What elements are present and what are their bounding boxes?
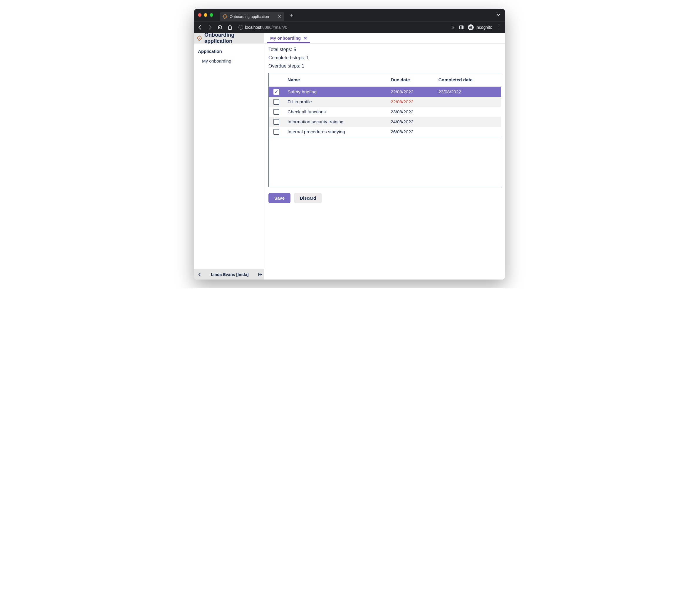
close-window-icon[interactable] (198, 13, 201, 17)
cell-due-date: 24/08/2022 (387, 117, 435, 127)
home-icon[interactable] (227, 25, 233, 30)
browser-tab[interactable]: Onboarding application ✕ (220, 12, 284, 21)
url-path: /#main/0 (272, 25, 287, 30)
table-row[interactable]: Check all functions23/08/2022 (269, 107, 501, 117)
row-checkbox[interactable] (274, 89, 279, 95)
cell-name: Check all functions (284, 107, 387, 117)
tabs-dropdown-icon[interactable] (496, 13, 502, 17)
cell-due-date: 22/08/2022 (387, 87, 435, 97)
svg-point-4 (199, 38, 200, 39)
tab-close-icon[interactable]: ✕ (304, 36, 307, 41)
svg-rect-1 (462, 26, 463, 29)
browser-window: Onboarding application ✕ ＋ i (194, 9, 505, 280)
back-icon[interactable] (197, 25, 203, 30)
bookmark-star-icon[interactable]: ☆ (451, 24, 455, 30)
address-bar[interactable]: i localhost:8080/#main/0 (237, 23, 446, 31)
table-row[interactable]: Internal procedures studying26/08/2022 (269, 127, 501, 137)
stat-overdue: Overdue steps: 1 (268, 63, 501, 69)
cell-due-date: 22/08/2022 (387, 97, 435, 107)
svg-point-2 (470, 27, 471, 28)
maximize-window-icon[interactable] (210, 13, 213, 17)
cell-completed-date (435, 117, 501, 127)
app-tabstrip: My onboarding ✕ (264, 33, 505, 43)
browser-tab-title: Onboarding application (230, 14, 269, 19)
forward-icon[interactable] (207, 25, 213, 30)
action-buttons: Save Discard (268, 189, 501, 203)
app: Onboarding application Application My on… (194, 33, 505, 280)
panel-icon[interactable] (459, 25, 464, 30)
incognito-badge[interactable]: Incognito (468, 24, 492, 30)
tab-my-onboarding[interactable]: My onboarding ✕ (267, 34, 310, 43)
discard-button[interactable]: Discard (294, 193, 322, 203)
cell-name: Fill in profile (284, 97, 387, 107)
row-checkbox[interactable] (274, 109, 279, 115)
col-name[interactable]: Name (284, 73, 387, 87)
sidebar-nav: Application My onboarding (194, 43, 264, 269)
cell-completed-date (435, 97, 501, 107)
cell-name: Information security training (284, 117, 387, 127)
browser-chrome: Onboarding application ✕ ＋ i (194, 9, 505, 33)
table-empty-area (269, 137, 501, 187)
browser-menu-icon[interactable]: ⋮ (496, 24, 502, 30)
cell-completed-date (435, 107, 501, 117)
save-button[interactable]: Save (268, 193, 290, 203)
nav-group-application[interactable]: Application (197, 47, 261, 55)
table-row[interactable]: Safety briefing22/08/202223/08/2022 (269, 87, 501, 97)
current-user-label[interactable]: Linda Evans [linda] (205, 272, 256, 277)
cell-completed-date (435, 127, 501, 137)
url-port: :8080 (261, 25, 272, 30)
collapse-sidebar-icon[interactable] (196, 270, 204, 279)
site-info-icon[interactable]: i (238, 25, 243, 30)
toolbar-right: ☆ Incognito ⋮ (451, 24, 502, 30)
row-checkbox[interactable] (274, 99, 279, 105)
table-row[interactable]: Information security training24/08/2022 (269, 117, 501, 127)
sidebar-footer: Linda Evans [linda] (194, 269, 264, 280)
steps-table-container: Name Due date Completed date Safety brie… (268, 73, 501, 187)
svg-point-3 (471, 27, 472, 28)
app-title: Onboarding application (205, 32, 261, 44)
col-completed[interactable]: Completed date (435, 73, 501, 87)
steps-table: Name Due date Completed date Safety brie… (269, 73, 501, 137)
logout-icon[interactable] (258, 272, 262, 277)
url-host: localhost (245, 25, 261, 30)
content: Total steps: 5 Completed steps: 1 Overdu… (264, 43, 505, 207)
new-tab-button[interactable]: ＋ (287, 11, 296, 18)
table-row[interactable]: Fill in profile22/08/2022 (269, 97, 501, 107)
cell-due-date: 26/08/2022 (387, 127, 435, 137)
app-logo-icon (197, 36, 202, 41)
col-due[interactable]: Due date (387, 73, 435, 87)
row-checkbox[interactable] (274, 129, 279, 135)
col-checkbox (269, 73, 284, 87)
main: My onboarding ✕ Total steps: 5 Completed… (264, 33, 505, 280)
sidebar: Onboarding application Application My on… (194, 33, 264, 280)
cell-name: Safety briefing (284, 87, 387, 97)
incognito-label: Incognito (475, 25, 492, 30)
tab-close-icon[interactable]: ✕ (278, 14, 281, 19)
row-checkbox[interactable] (274, 119, 279, 125)
incognito-icon (468, 24, 474, 30)
browser-tabbar: Onboarding application ✕ ＋ (194, 9, 505, 21)
cell-due-date: 23/08/2022 (387, 107, 435, 117)
cell-name: Internal procedures studying (284, 127, 387, 137)
stat-completed: Completed steps: 1 (268, 55, 501, 61)
window-controls (198, 13, 213, 17)
minimize-window-icon[interactable] (204, 13, 207, 17)
stat-total: Total steps: 5 (268, 46, 501, 53)
nav-item-my-onboarding[interactable]: My onboarding (197, 55, 261, 66)
reload-icon[interactable] (217, 25, 223, 30)
browser-toolbar: i localhost:8080/#main/0 ☆ Incognito ⋮ (194, 21, 505, 33)
favicon-icon (223, 14, 227, 19)
sidebar-header: Onboarding application (194, 33, 264, 43)
cell-completed-date: 23/08/2022 (435, 87, 501, 97)
tab-label: My onboarding (270, 36, 301, 41)
